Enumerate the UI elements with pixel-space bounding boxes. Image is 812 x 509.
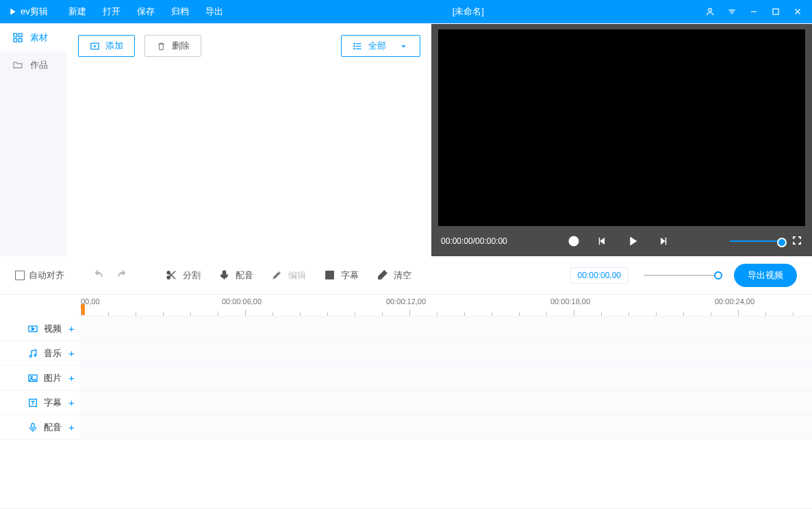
redo-icon[interactable] <box>116 269 129 282</box>
edit-toolbar: 自动对齐 分割 配音 编辑 字幕 清空 00:00:00,00 导出视频 <box>0 256 812 295</box>
list-icon <box>353 41 363 51</box>
add-image-track-button[interactable]: + <box>68 373 75 383</box>
menu-open[interactable]: 打开 <box>94 0 129 23</box>
filter-dropdown[interactable]: 全部 <box>341 35 420 57</box>
track-subtitle: 字幕 + <box>0 390 812 415</box>
zoom-slider[interactable] <box>644 275 719 276</box>
subtitle-tool-button[interactable]: 字幕 <box>324 269 359 282</box>
track-video-lane[interactable] <box>79 316 812 340</box>
app-logo: ev剪辑 <box>7 5 48 18</box>
track-image-lane[interactable] <box>79 366 812 390</box>
fullscreen-icon[interactable] <box>791 235 802 246</box>
timeline-ruler[interactable]: 00,00 00:00:06,00 00:00:12,00 00:00:18,0… <box>79 295 812 316</box>
ruler-label: 00,00 <box>81 297 100 306</box>
svg-rect-2 <box>773 9 778 14</box>
menu-save[interactable]: 保存 <box>129 0 163 23</box>
svg-rect-20 <box>599 238 600 245</box>
tab-works[interactable]: 作品 <box>0 51 67 79</box>
media-pane: 添加 删除 全部 <box>67 24 431 256</box>
filter-label: 全部 <box>368 40 386 52</box>
upper-workspace: 素材 作品 添加 删除 全部 00:00:00/00:00: <box>0 23 812 256</box>
tab-works-label: 作品 <box>30 59 48 71</box>
delete-media-label: 删除 <box>172 40 190 52</box>
preview-time: 00:00:00/00:00:00 <box>441 236 507 246</box>
pencil-icon <box>271 269 283 281</box>
tab-materials[interactable]: 素材 <box>0 24 67 51</box>
track-video: 视频 + <box>0 316 812 341</box>
scissors-icon <box>166 269 177 281</box>
subtitle-track-icon <box>27 397 38 408</box>
undo-icon[interactable] <box>92 269 104 282</box>
autoalign-label: 自动对齐 <box>29 269 64 282</box>
tab-materials-label: 素材 <box>30 32 48 44</box>
track-music: 音乐 + <box>0 341 812 366</box>
track-subtitle-lane[interactable] <box>79 390 812 414</box>
add-folder-icon <box>90 41 100 51</box>
track-dub: 配音 + <box>0 415 812 440</box>
ruler-label: 00:00:18,00 <box>550 297 590 306</box>
clear-button[interactable]: 清空 <box>377 269 411 282</box>
text-box-icon <box>324 269 335 281</box>
sidetabs: 素材 作品 <box>0 24 67 256</box>
add-subtitle-track-button[interactable]: + <box>68 397 75 408</box>
ruler-label: 00:00:24,00 <box>715 297 754 306</box>
track-dub-lane[interactable] <box>79 415 812 439</box>
minimize-icon[interactable] <box>749 7 759 16</box>
music-track-icon <box>27 348 38 359</box>
image-track-icon <box>27 373 38 384</box>
svg-point-30 <box>34 354 36 356</box>
menu-export[interactable]: 导出 <box>197 0 231 23</box>
split-label: 分割 <box>183 269 201 282</box>
titlebar: ev剪辑 新建 打开 保存 归档 导出 [未命名] <box>0 0 812 23</box>
track-subtitle-label: 字幕 <box>44 397 62 409</box>
svg-rect-21 <box>665 238 667 245</box>
svg-rect-19 <box>572 240 576 243</box>
user-icon[interactable] <box>705 7 715 16</box>
ruler-label: 00:00:12,00 <box>386 297 426 306</box>
video-track-icon <box>27 323 38 334</box>
eraser-icon <box>377 269 388 281</box>
add-video-track-button[interactable]: + <box>68 323 75 334</box>
svg-point-17 <box>354 48 355 49</box>
svg-rect-8 <box>18 38 22 42</box>
dub-track-icon <box>27 422 38 433</box>
grid-icon <box>12 32 23 43</box>
preview-controls: 00:00:00/00:00:00 <box>438 226 805 256</box>
close-icon[interactable] <box>793 7 802 16</box>
play-icon[interactable] <box>625 234 640 249</box>
delete-media-button[interactable]: 删除 <box>144 35 201 57</box>
menu-archive[interactable]: 归档 <box>163 0 197 23</box>
track-music-lane[interactable] <box>79 341 812 365</box>
preview-screen[interactable] <box>438 29 805 226</box>
next-frame-icon[interactable] <box>657 235 669 247</box>
volume-slider[interactable] <box>730 240 783 242</box>
autoalign-checkbox[interactable]: 自动对齐 <box>15 269 64 282</box>
add-media-button[interactable]: 添加 <box>78 35 135 57</box>
tracks: 视频 + 音乐 + 图片 + 字幕 + <box>0 316 812 440</box>
svg-point-32 <box>31 376 33 378</box>
clear-label: 清空 <box>394 269 411 282</box>
split-button[interactable]: 分割 <box>166 269 201 282</box>
edit-button[interactable]: 编辑 <box>271 269 306 282</box>
menu-new[interactable]: 新建 <box>60 0 94 23</box>
preview-pane: 00:00:00/00:00:00 <box>431 24 812 256</box>
media-tools: 添加 删除 全部 <box>78 35 420 57</box>
stop-icon[interactable] <box>568 235 580 247</box>
menu-more-icon[interactable] <box>727 7 737 16</box>
add-dub-track-button[interactable]: + <box>68 422 75 432</box>
prev-frame-icon[interactable] <box>596 235 609 247</box>
trash-icon <box>156 41 166 51</box>
maximize-icon[interactable] <box>771 7 781 16</box>
folder-icon <box>12 60 23 71</box>
svg-rect-5 <box>14 34 17 37</box>
svg-point-15 <box>354 43 355 44</box>
svg-point-0 <box>709 8 712 12</box>
track-image-label: 图片 <box>44 372 62 384</box>
play-logo-icon <box>7 6 18 17</box>
add-media-label: 添加 <box>105 40 123 52</box>
edit-label: 编辑 <box>288 269 306 282</box>
track-music-label: 音乐 <box>44 347 62 360</box>
add-music-track-button[interactable]: + <box>68 348 75 358</box>
dub-button[interactable]: 配音 <box>218 269 253 282</box>
export-video-button[interactable]: 导出视频 <box>734 264 797 287</box>
